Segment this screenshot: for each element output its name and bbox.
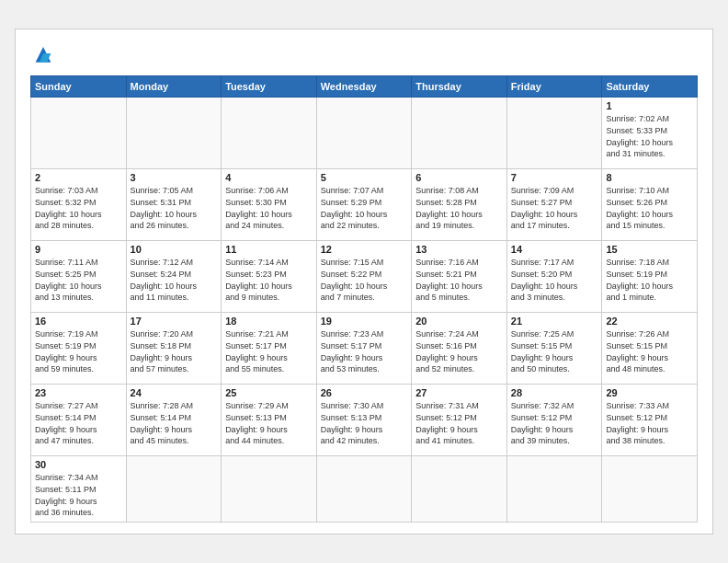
day-info: Sunrise: 7:14 AM Sunset: 5:23 PM Dayligh… [225, 257, 313, 303]
weekday-header-wednesday: Wednesday [316, 76, 412, 98]
day-number: 4 [225, 172, 313, 183]
calendar-cell: 22Sunrise: 7:26 AM Sunset: 5:15 PM Dayli… [602, 313, 698, 385]
weekday-header-sunday: Sunday [31, 76, 127, 98]
calendar-cell: 21Sunrise: 7:25 AM Sunset: 5:15 PM Dayli… [506, 313, 602, 385]
calendar-cell: 17Sunrise: 7:20 AM Sunset: 5:18 PM Dayli… [126, 313, 222, 385]
day-info: Sunrise: 7:27 AM Sunset: 5:14 PM Dayligh… [35, 400, 122, 446]
day-info: Sunrise: 7:12 AM Sunset: 5:24 PM Dayligh… [131, 257, 218, 303]
day-number: 10 [131, 244, 218, 255]
day-info: Sunrise: 7:10 AM Sunset: 5:26 PM Dayligh… [606, 185, 693, 231]
day-number: 16 [35, 316, 122, 327]
calendar-cell: 1Sunrise: 7:02 AM Sunset: 5:33 PM Daylig… [602, 98, 698, 169]
calendar-cell: 15Sunrise: 7:18 AM Sunset: 5:19 PM Dayli… [602, 241, 698, 313]
day-number: 12 [321, 244, 408, 255]
calendar-header [30, 44, 698, 66]
day-info: Sunrise: 7:23 AM Sunset: 5:17 PM Dayligh… [321, 328, 408, 374]
calendar-cell: 25Sunrise: 7:29 AM Sunset: 5:13 PM Dayli… [222, 385, 317, 456]
day-number: 27 [415, 387, 503, 398]
day-info: Sunrise: 7:17 AM Sunset: 5:20 PM Dayligh… [511, 257, 598, 303]
weekday-header-tuesday: Tuesday [222, 76, 317, 98]
calendar-cell: 4Sunrise: 7:06 AM Sunset: 5:30 PM Daylig… [222, 169, 317, 241]
day-number: 25 [225, 387, 313, 398]
day-info: Sunrise: 7:33 AM Sunset: 5:12 PM Dayligh… [606, 400, 693, 446]
calendar-cell: 7Sunrise: 7:09 AM Sunset: 5:27 PM Daylig… [506, 169, 602, 241]
day-number: 17 [131, 316, 218, 327]
day-info: Sunrise: 7:25 AM Sunset: 5:15 PM Dayligh… [511, 328, 598, 374]
day-info: Sunrise: 7:02 AM Sunset: 5:33 PM Dayligh… [606, 113, 693, 159]
calendar-cell: 11Sunrise: 7:14 AM Sunset: 5:23 PM Dayli… [222, 241, 317, 313]
calendar-cell [222, 456, 317, 522]
day-info: Sunrise: 7:06 AM Sunset: 5:30 PM Dayligh… [225, 185, 313, 231]
weekday-header-monday: Monday [126, 76, 222, 98]
calendar-table: SundayMondayTuesdayWednesdayThursdayFrid… [30, 75, 698, 522]
calendar-cell: 23Sunrise: 7:27 AM Sunset: 5:14 PM Dayli… [31, 385, 127, 456]
calendar-row-5: 23Sunrise: 7:27 AM Sunset: 5:14 PM Dayli… [31, 385, 698, 456]
day-number: 5 [321, 172, 408, 183]
day-info: Sunrise: 7:28 AM Sunset: 5:14 PM Dayligh… [131, 400, 218, 446]
weekday-header-saturday: Saturday [602, 76, 698, 98]
calendar-cell: 6Sunrise: 7:08 AM Sunset: 5:28 PM Daylig… [412, 169, 507, 241]
day-info: Sunrise: 7:19 AM Sunset: 5:19 PM Dayligh… [35, 328, 122, 374]
calendar-cell [412, 98, 507, 169]
day-number: 1 [606, 100, 693, 111]
day-info: Sunrise: 7:16 AM Sunset: 5:21 PM Dayligh… [415, 257, 503, 303]
weekday-header-row: SundayMondayTuesdayWednesdayThursdayFrid… [31, 76, 698, 98]
day-number: 6 [415, 172, 503, 183]
day-number: 28 [511, 387, 598, 398]
calendar-cell: 26Sunrise: 7:30 AM Sunset: 5:13 PM Dayli… [316, 385, 412, 456]
calendar-cell: 10Sunrise: 7:12 AM Sunset: 5:24 PM Dayli… [126, 241, 222, 313]
calendar-row-1: 1Sunrise: 7:02 AM Sunset: 5:33 PM Daylig… [31, 98, 698, 169]
day-number: 7 [511, 172, 598, 183]
weekday-header-friday: Friday [506, 76, 602, 98]
day-number: 29 [606, 387, 693, 398]
day-info: Sunrise: 7:18 AM Sunset: 5:19 PM Dayligh… [606, 257, 693, 303]
calendar-cell [316, 456, 412, 522]
logo-icon [30, 44, 56, 66]
day-number: 24 [131, 387, 218, 398]
day-info: Sunrise: 7:05 AM Sunset: 5:31 PM Dayligh… [131, 185, 218, 231]
day-info: Sunrise: 7:08 AM Sunset: 5:28 PM Dayligh… [415, 185, 503, 231]
day-info: Sunrise: 7:34 AM Sunset: 5:11 PM Dayligh… [35, 472, 122, 518]
calendar-row-3: 9Sunrise: 7:11 AM Sunset: 5:25 PM Daylig… [31, 241, 698, 313]
logo [30, 44, 60, 66]
day-number: 13 [415, 244, 503, 255]
day-info: Sunrise: 7:15 AM Sunset: 5:22 PM Dayligh… [321, 257, 408, 303]
calendar-cell: 16Sunrise: 7:19 AM Sunset: 5:19 PM Dayli… [31, 313, 127, 385]
calendar-cell [602, 456, 698, 522]
day-number: 18 [225, 316, 313, 327]
day-number: 20 [415, 316, 503, 327]
day-info: Sunrise: 7:11 AM Sunset: 5:25 PM Dayligh… [35, 257, 122, 303]
day-info: Sunrise: 7:24 AM Sunset: 5:16 PM Dayligh… [415, 328, 503, 374]
day-info: Sunrise: 7:30 AM Sunset: 5:13 PM Dayligh… [321, 400, 408, 446]
day-number: 9 [35, 244, 122, 255]
day-info: Sunrise: 7:03 AM Sunset: 5:32 PM Dayligh… [35, 185, 122, 231]
calendar-row-2: 2Sunrise: 7:03 AM Sunset: 5:32 PM Daylig… [31, 169, 698, 241]
day-number: 19 [321, 316, 408, 327]
weekday-header-thursday: Thursday [412, 76, 507, 98]
day-number: 11 [225, 244, 313, 255]
calendar-row-6: 30Sunrise: 7:34 AM Sunset: 5:11 PM Dayli… [31, 456, 698, 522]
day-number: 2 [35, 172, 122, 183]
day-info: Sunrise: 7:26 AM Sunset: 5:15 PM Dayligh… [606, 328, 693, 374]
day-number: 23 [35, 387, 122, 398]
calendar-cell: 8Sunrise: 7:10 AM Sunset: 5:26 PM Daylig… [602, 169, 698, 241]
calendar-cell: 28Sunrise: 7:32 AM Sunset: 5:12 PM Dayli… [506, 385, 602, 456]
calendar-cell: 2Sunrise: 7:03 AM Sunset: 5:32 PM Daylig… [31, 169, 127, 241]
calendar-cell [31, 98, 127, 169]
day-info: Sunrise: 7:21 AM Sunset: 5:17 PM Dayligh… [225, 328, 313, 374]
calendar-cell [126, 456, 222, 522]
day-info: Sunrise: 7:31 AM Sunset: 5:12 PM Dayligh… [415, 400, 503, 446]
day-info: Sunrise: 7:20 AM Sunset: 5:18 PM Dayligh… [131, 328, 218, 374]
day-info: Sunrise: 7:07 AM Sunset: 5:29 PM Dayligh… [321, 185, 408, 231]
day-number: 21 [511, 316, 598, 327]
day-number: 26 [321, 387, 408, 398]
day-info: Sunrise: 7:09 AM Sunset: 5:27 PM Dayligh… [511, 185, 598, 231]
calendar-cell [412, 456, 507, 522]
calendar-cell: 5Sunrise: 7:07 AM Sunset: 5:29 PM Daylig… [316, 169, 412, 241]
day-number: 8 [606, 172, 693, 183]
calendar-cell: 29Sunrise: 7:33 AM Sunset: 5:12 PM Dayli… [602, 385, 698, 456]
calendar-cell: 19Sunrise: 7:23 AM Sunset: 5:17 PM Dayli… [316, 313, 412, 385]
calendar-cell [222, 98, 317, 169]
calendar-cell: 20Sunrise: 7:24 AM Sunset: 5:16 PM Dayli… [412, 313, 507, 385]
day-number: 14 [511, 244, 598, 255]
